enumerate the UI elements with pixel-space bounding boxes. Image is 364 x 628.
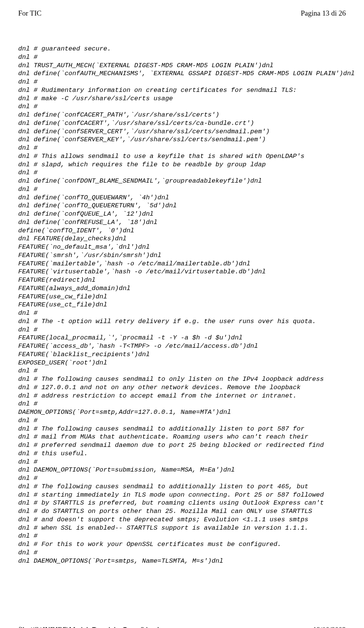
header-page-number: Pagina 13 di 26	[301, 9, 346, 17]
document-page: For TIC Pagina 13 di 26 dnl # guaranteed…	[0, 0, 364, 628]
header-title-left: For TIC	[18, 9, 41, 17]
code-block: dnl # guaranteed secure. dnl # dnl TRUST…	[18, 45, 346, 565]
page-footer: file://C:\INDIRE\Modulo7\modulo_7_pa_3.h…	[18, 626, 346, 628]
footer-date: 19/10/2003	[313, 626, 346, 628]
page-header: For TIC Pagina 13 di 26	[18, 9, 346, 17]
footer-file-path: file://C:\INDIRE\Modulo7\modulo_7_pa_3.h…	[18, 626, 159, 628]
